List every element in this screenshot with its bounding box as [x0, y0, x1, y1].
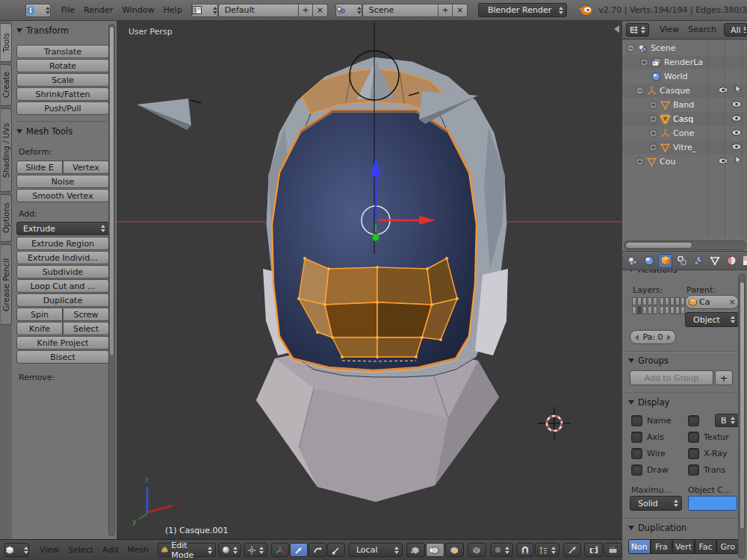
layers-grid-left[interactable] [632, 297, 657, 314]
vertex-slide-button[interactable]: Vertex [63, 161, 109, 174]
visibility-eye-icon[interactable] [718, 157, 728, 167]
opengl-render-image-button[interactable] [584, 543, 603, 557]
outliner-row-band[interactable]: + Band [622, 98, 747, 112]
add-to-group-button[interactable]: Add to Group [630, 370, 713, 385]
scale-manipulator-button[interactable] [327, 543, 345, 557]
tab-scene-icon[interactable] [625, 254, 639, 268]
outliner-item-label[interactable]: Cou [660, 157, 675, 167]
groups-panel-header[interactable]: Groups [628, 355, 669, 366]
loop-cut-button[interactable]: Loop Cut and ... [16, 279, 109, 293]
maximum-draw-type-dropdown[interactable]: Solid [630, 496, 682, 511]
pass-index-slider[interactable]: Pa: 0 [630, 330, 676, 344]
outliner-row-cou[interactable]: + Cou [622, 155, 747, 169]
add-scene-button[interactable]: + [438, 4, 453, 17]
duplication-frames-button[interactable]: Fra [651, 539, 673, 554]
knife-select-button[interactable]: Select [63, 322, 109, 335]
menu-add[interactable]: Add [98, 541, 123, 560]
outliner-row-renderlayers[interactable]: + RenderLa [622, 55, 747, 69]
noise-button[interactable]: Noise [16, 175, 109, 188]
object-color-swatch[interactable] [688, 496, 737, 511]
tab-grease-pencil[interactable]: Grease Pencil [1, 244, 12, 325]
translate-button[interactable]: Translate [16, 45, 109, 58]
tab-material-icon[interactable] [724, 254, 738, 268]
tab-texture-icon[interactable] [740, 254, 747, 268]
knife-project-button[interactable]: Knife Project [16, 336, 109, 349]
bisect-button[interactable]: Bisect [16, 350, 109, 364]
extrude-individual-button[interactable]: Extrude Individ... [16, 251, 109, 264]
tab-tools[interactable]: Tools [1, 23, 12, 62]
tab-world-icon[interactable] [642, 254, 656, 268]
menu-view[interactable]: View [35, 541, 63, 560]
visibility-eye-icon[interactable] [731, 128, 742, 138]
parent-object-field[interactable]: Ca × [685, 295, 739, 309]
duplication-none-button[interactable]: Non [628, 539, 651, 554]
texture-space-checkbox-row[interactable]: Textur [688, 432, 729, 443]
menu-help[interactable]: Help [159, 1, 187, 20]
viewport-shading-dropdown[interactable] [218, 543, 241, 557]
outliner-row-casq-active[interactable]: + Casq [622, 112, 747, 126]
duplication-panel-header[interactable]: Duplication [628, 523, 686, 533]
close-scene-button[interactable]: × [453, 4, 468, 17]
mode-dropdown[interactable]: Edit Mode [158, 543, 216, 557]
expand-icon[interactable]: + [640, 58, 648, 66]
add-group-plus-button[interactable]: + [715, 370, 733, 385]
add-layout-button[interactable]: + [298, 4, 313, 17]
outliner-row-casque[interactable]: − Casque [622, 84, 747, 98]
shrink-fatten-button[interactable]: Shrink/Fatten [16, 87, 109, 101]
snap-element-dropdown[interactable] [535, 543, 560, 557]
vertex-select-button[interactable] [406, 543, 425, 557]
expand-icon[interactable]: + [649, 101, 657, 109]
expand-icon[interactable]: + [649, 143, 657, 152]
slide-edge-button[interactable]: Slide E [16, 161, 63, 174]
decrement-arrow-icon[interactable] [635, 335, 639, 340]
xray-checkbox[interactable] [688, 448, 699, 459]
viewport-canvas[interactable]: z x y [117, 21, 622, 539]
smooth-vertex-button[interactable]: Smooth Vertex [16, 189, 109, 202]
outliner-row-scene[interactable]: − Scene [622, 41, 747, 55]
outliner-row-vitre[interactable]: + Vitre_ [622, 140, 747, 155]
screw-button[interactable]: Screw [63, 308, 109, 321]
edge-select-button[interactable] [426, 543, 444, 557]
push-pull-button[interactable]: Push/Pull [16, 102, 109, 115]
draw-checkbox[interactable] [631, 464, 642, 476]
display-panel-header[interactable]: Display [628, 397, 669, 408]
tab-options[interactable]: Options [1, 194, 12, 242]
snap-toggle-button[interactable] [516, 543, 534, 557]
wire-checkbox-row[interactable]: Wire [631, 448, 666, 459]
knife-button[interactable]: Knife [16, 322, 63, 335]
collapse-icon[interactable]: − [636, 87, 644, 95]
editor-type-selector[interactable] [25, 4, 51, 17]
proportional-edit-dropdown[interactable] [490, 543, 513, 557]
duplication-faces-button[interactable]: Fac [695, 539, 717, 554]
name-checkbox-row[interactable]: Name [631, 415, 671, 426]
name-checkbox[interactable] [631, 415, 642, 426]
manipulate-center-points-button[interactable] [563, 543, 581, 557]
bounds-checkbox[interactable] [688, 415, 699, 426]
outliner-item-label[interactable]: Vitre_ [673, 143, 696, 152]
scale-button[interactable]: Scale [16, 73, 109, 87]
visibility-eye-icon[interactable] [731, 100, 742, 110]
transparency-checkbox[interactable] [688, 464, 699, 476]
tab-create[interactable]: Create [1, 64, 12, 106]
rotate-manipulator-button[interactable] [309, 543, 326, 557]
opengl-render-animation-button[interactable] [604, 543, 622, 557]
duplication-verts-button[interactable]: Vert [672, 539, 695, 554]
scene-selector-icon-button[interactable] [335, 4, 362, 17]
texture-space-checkbox[interactable] [688, 432, 699, 443]
collapse-icon[interactable]: − [627, 44, 635, 52]
translate-manipulator-button[interactable] [290, 543, 308, 557]
outliner-item-label[interactable]: Scene [651, 43, 676, 53]
menu-file[interactable]: File [57, 1, 79, 20]
expand-icon[interactable]: + [649, 129, 657, 137]
menu-render[interactable]: Render [79, 1, 117, 20]
limit-selection-visible-button[interactable] [468, 543, 486, 557]
render-engine-dropdown[interactable]: Blender Render [478, 3, 567, 17]
tool-shelf-scrollbar[interactable] [108, 24, 115, 536]
active-layer-cell[interactable] [637, 306, 642, 314]
parent-type-dropdown[interactable]: Object [685, 312, 739, 327]
subdivide-button[interactable]: Subdivide [16, 265, 109, 279]
editor-type-selector[interactable] [626, 23, 649, 37]
outliner-item-label[interactable]: RenderLa [664, 57, 703, 67]
selectable-cursor-icon[interactable] [735, 156, 742, 167]
outliner-row-world[interactable]: World [622, 69, 747, 84]
